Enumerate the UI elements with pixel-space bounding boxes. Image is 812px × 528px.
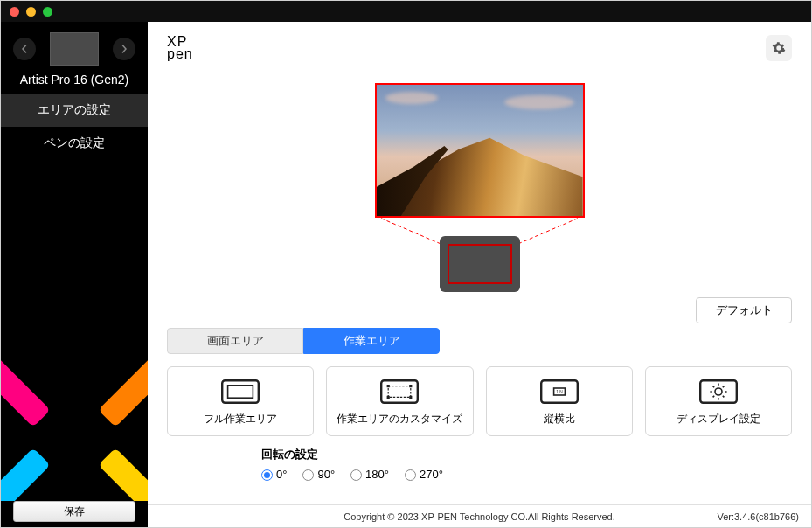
device-switcher xyxy=(1,22,148,71)
card-display-settings[interactable]: ディスプレイ設定 xyxy=(645,366,792,436)
svg-point-14 xyxy=(715,388,722,395)
screen-area-frame[interactable] xyxy=(375,83,585,218)
card-full-area[interactable]: フル作業エリア xyxy=(167,366,314,436)
sidebar: Artist Pro 16 (Gen2) エリアの設定 ペンの設定 保存 xyxy=(1,22,148,527)
sidebar-item-area[interactable]: エリアの設定 xyxy=(1,94,148,127)
svg-rect-8 xyxy=(387,395,390,398)
svg-text:1:N: 1:N xyxy=(556,390,563,394)
tab-screen-area[interactable]: 画面エリア xyxy=(167,328,303,354)
area-tabs: 画面エリア 作業エリア xyxy=(167,328,792,354)
main-panel: XP pen xyxy=(148,22,811,527)
radio-icon xyxy=(350,469,362,481)
device-name: Artist Pro 16 (Gen2) xyxy=(1,71,148,94)
next-device-button[interactable] xyxy=(113,38,135,60)
rotation-section: 回転の設定 0° 90° 180° 270° xyxy=(261,447,811,481)
sidebar-item-pen[interactable]: ペンの設定 xyxy=(1,127,148,160)
rotation-label: 90° xyxy=(317,468,335,481)
app-window: Artist Pro 16 (Gen2) エリアの設定 ペンの設定 保存 XP … xyxy=(0,0,812,528)
svg-rect-7 xyxy=(410,385,413,387)
footer: Copyright © 2023 XP-PEN Technology CO.Al… xyxy=(148,504,811,527)
brand-decoration xyxy=(1,352,148,501)
rotation-option-90[interactable]: 90° xyxy=(302,468,335,481)
rotation-option-0[interactable]: 0° xyxy=(261,468,287,481)
card-aspect-ratio[interactable]: 1:N 縦横比 xyxy=(486,366,633,436)
brand-logo: XP pen xyxy=(167,36,193,61)
copyright-text: Copyright © 2023 XP-PEN Technology CO.Al… xyxy=(344,511,615,522)
settings-button[interactable] xyxy=(766,35,792,61)
mapping-preview: デフォルト xyxy=(148,74,811,328)
rotation-label: 270° xyxy=(420,468,443,481)
rotation-option-180[interactable]: 180° xyxy=(350,468,389,481)
card-label: ディスプレイ設定 xyxy=(677,412,760,427)
svg-rect-4 xyxy=(382,380,419,403)
card-label: 縦横比 xyxy=(544,412,575,427)
topbar: XP pen xyxy=(148,22,811,74)
version-text: Ver:3.4.6(c81b766) xyxy=(717,511,799,522)
rotation-label: 0° xyxy=(276,468,287,481)
gear-icon xyxy=(772,41,786,55)
svg-rect-5 xyxy=(389,386,412,397)
tablet-area-frame[interactable] xyxy=(440,236,520,292)
radio-icon xyxy=(261,469,273,481)
default-button[interactable]: デフォルト xyxy=(696,297,792,323)
tablet-active-area xyxy=(448,244,512,284)
tab-work-area[interactable]: 作業エリア xyxy=(303,328,440,354)
rotation-option-270[interactable]: 270° xyxy=(405,468,443,481)
close-window-button[interactable] xyxy=(10,7,19,17)
tablet-full-icon xyxy=(219,377,261,406)
svg-rect-3 xyxy=(228,385,253,397)
app-body: Artist Pro 16 (Gen2) エリアの設定 ペンの設定 保存 XP … xyxy=(1,22,811,527)
card-label: 作業エリアのカスタマイズ xyxy=(337,412,462,427)
tablet-ratio-icon: 1:N xyxy=(538,377,580,406)
device-thumbnail xyxy=(50,32,99,66)
card-label: フル作業エリア xyxy=(204,412,277,427)
rotation-options: 0° 90° 180° 270° xyxy=(261,468,811,481)
work-area-cards: フル作業エリア 作業エリアのカスタマイズ 1:N 縦横比 ディスプレイ設定 xyxy=(167,366,792,436)
save-button[interactable]: 保存 xyxy=(13,501,135,522)
prev-device-button[interactable] xyxy=(13,38,36,60)
svg-line-1 xyxy=(516,216,583,245)
logo-line-2: pen xyxy=(167,48,193,60)
display-settings-icon xyxy=(697,377,739,406)
minimize-window-button[interactable] xyxy=(26,7,36,17)
card-custom-area[interactable]: 作業エリアのカスタマイズ xyxy=(326,366,473,436)
rotation-title: 回転の設定 xyxy=(261,447,811,462)
svg-line-0 xyxy=(376,216,443,245)
titlebar xyxy=(1,1,811,22)
zoom-window-button[interactable] xyxy=(43,7,52,17)
svg-rect-6 xyxy=(387,385,390,387)
tablet-custom-icon xyxy=(378,377,420,406)
radio-icon xyxy=(405,469,416,481)
svg-rect-9 xyxy=(410,395,413,398)
rotation-label: 180° xyxy=(365,468,389,481)
screen-preview-image xyxy=(377,85,583,216)
radio-icon xyxy=(302,469,314,481)
